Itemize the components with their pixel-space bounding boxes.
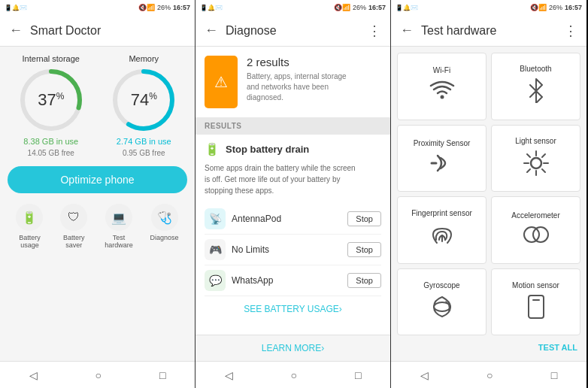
test-hardware-icon: 💻 — [105, 204, 132, 231]
stop-button-0[interactable]: Stop — [347, 211, 381, 226]
bottom-icons-row: 🔋 Batteryusage 🛡 Batterysaver 💻 Testhard… — [8, 199, 187, 253]
nav-bar-1: ◁ ○ □ — [0, 361, 195, 388]
back-nav-2[interactable]: ◁ — [216, 365, 242, 386]
page-title-3: Test hardware — [421, 24, 556, 38]
hardware-item-bluetooth[interactable]: Bluetooth — [491, 53, 580, 120]
home-nav-3[interactable]: ○ — [477, 365, 502, 386]
back-arrow-2[interactable]: ← — [205, 23, 218, 38]
hardware-item-light-sensor[interactable]: Light sensor — [491, 125, 580, 192]
hardware-item-wifi[interactable]: Wi-Fi — [397, 53, 486, 120]
status-bar-left-2: 📱🔔✉️ — [200, 5, 223, 11]
fingerprint-icon — [429, 222, 455, 250]
hardware-item-motion[interactable]: Motion sensor — [491, 268, 580, 336]
nolimits-icon: 🎮 — [205, 239, 226, 260]
hardware-item-gyroscope[interactable]: Gyroscope — [397, 268, 486, 336]
memory-label: Memory — [129, 54, 159, 63]
bluetooth-icon — [527, 77, 545, 108]
battery-drain-section: 🔋 Stop battery drain Some apps drain the… — [195, 135, 390, 335]
notification-icons: 📱🔔✉️ — [5, 5, 27, 11]
results-count: 2 results — [247, 56, 381, 68]
back-arrow-1[interactable]: ← — [9, 23, 23, 38]
test-hardware-icon-item[interactable]: 💻 Testhardware — [105, 204, 133, 249]
back-arrow-3[interactable]: ← — [400, 23, 414, 38]
status-bar-right-2: 🔇📶 26% 16:57 — [334, 4, 386, 11]
stop-button-2[interactable]: Stop — [347, 273, 381, 288]
svg-line-7 — [527, 154, 530, 157]
learn-more-link[interactable]: LEARN MORE › — [195, 335, 390, 361]
page-title-2: Diagnose — [226, 24, 360, 38]
top-bar-2: ← Diagnose ⋮ — [195, 15, 390, 47]
phone-warning-icon: ⚠ — [205, 56, 238, 108]
battery-drain-desc: Some apps drain the battery while the sc… — [205, 162, 381, 196]
screen-smart-doctor: 📱🔔✉️ 🔇📶 26% 16:57 ← Smart Doctor Interna… — [0, 0, 195, 388]
app-row-1: 🎮 No Limits Stop — [205, 235, 381, 265]
time-1: 16:57 — [173, 4, 190, 11]
antennapod-icon: 📡 — [205, 208, 226, 229]
hardware-item-accelerometer[interactable]: Accelerometer — [491, 196, 580, 264]
svg-line-8 — [542, 169, 545, 172]
hardware-item-proximity[interactable]: Proximity Sensor — [397, 125, 486, 192]
optimize-button[interactable]: Optimize phone — [8, 166, 187, 193]
diagnose-content: ⚠ 2 results Battery, apps, internal stor… — [195, 47, 390, 361]
home-nav-1[interactable]: ○ — [86, 365, 111, 386]
see-battery-link[interactable]: SEE BATTERY USAGE › — [205, 296, 381, 322]
stop-button-1[interactable]: Stop — [347, 242, 381, 257]
battery-usage-icon-item[interactable]: 🔋 Batteryusage — [16, 204, 43, 249]
recent-nav-1[interactable]: □ — [150, 365, 174, 386]
menu-dots-2[interactable]: ⋮ — [368, 23, 381, 39]
bluetooth-label: Bluetooth — [520, 65, 551, 73]
fingerprint-label: Fingerprint sensor — [411, 209, 472, 217]
battery-usage-label: Batteryusage — [19, 234, 41, 249]
results-desc: Battery, apps, internal storageand netwo… — [247, 71, 381, 103]
svg-rect-15 — [529, 296, 544, 318]
proximity-icon — [429, 152, 456, 177]
gyroscope-svg-icon — [429, 294, 455, 320]
storage-label: Internal storage — [23, 54, 80, 63]
back-nav-3[interactable]: ◁ — [411, 365, 438, 386]
memory-free: 0.95 GB free — [123, 149, 165, 157]
motion-label: Motion sensor — [512, 281, 559, 289]
internal-storage-item: Internal storage 37% 8.38 GB in use 14.0… — [17, 54, 85, 157]
test-hardware-label: Testhardware — [105, 234, 133, 249]
fingerprint-svg-icon — [429, 222, 455, 247]
wifi-svg-icon — [429, 79, 456, 102]
status-bar-3: 📱🔔✉️ 🔇📶 26% 16:57 — [391, 0, 586, 15]
wifi-label: Wi-Fi — [433, 66, 450, 74]
proximity-label: Proximity Sensor — [414, 139, 471, 147]
status-bar-right-1: 🔇📶 26% 16:57 — [138, 4, 190, 11]
notification-icons-3: 📱🔔✉️ — [396, 5, 418, 11]
battery-saver-icon-item[interactable]: 🛡 Batterysaver — [60, 204, 87, 249]
app-name-1: No Limits — [232, 244, 341, 255]
hardware-grid: Wi-Fi Bluetooth — [397, 53, 580, 335]
back-nav-1[interactable]: ◁ — [20, 365, 47, 386]
chevron-right-learn-icon: › — [321, 343, 324, 353]
svg-line-9 — [542, 154, 545, 157]
status-bar-2: 📱🔔✉️ 🔇📶 26% 16:57 — [195, 0, 390, 15]
diagnose-header: ⚠ 2 results Battery, apps, internal stor… — [195, 47, 390, 117]
status-bar-1: 📱🔔✉️ 🔇📶 26% 16:57 — [0, 0, 195, 15]
svg-point-0 — [440, 95, 444, 99]
gyroscope-label: Gyroscope — [423, 281, 459, 289]
recent-nav-3[interactable]: □ — [542, 365, 566, 386]
diagnose-icon: 🩺 — [151, 204, 178, 231]
battery-percent-1: 26% — [157, 4, 171, 11]
app-name-0: AntennaPod — [232, 214, 341, 224]
bluetooth-svg-icon — [527, 77, 545, 103]
svg-line-10 — [527, 169, 530, 172]
time-2: 16:57 — [368, 4, 386, 11]
home-nav-2[interactable]: ○ — [282, 365, 306, 386]
wifi-icon — [429, 79, 456, 107]
menu-dots-3[interactable]: ⋮ — [564, 23, 577, 39]
top-bar-1: ← Smart Doctor — [0, 15, 195, 47]
storage-free: 14.05 GB free — [28, 149, 74, 157]
hardware-item-fingerprint[interactable]: Fingerprint sensor — [397, 196, 486, 264]
test-all-link[interactable]: TEST ALL — [397, 340, 580, 355]
app-name-2: WhatsApp — [232, 275, 341, 286]
light-sensor-icon — [523, 150, 550, 180]
diagnose-icon-item[interactable]: 🩺 Diagnose — [150, 204, 179, 249]
recent-nav-2[interactable]: □ — [346, 365, 370, 386]
top-bar-3: ← Test hardware ⋮ — [391, 15, 586, 47]
motion-svg-icon — [526, 294, 547, 320]
gyroscope-icon — [429, 294, 455, 323]
chevron-right-icon: › — [339, 304, 342, 314]
